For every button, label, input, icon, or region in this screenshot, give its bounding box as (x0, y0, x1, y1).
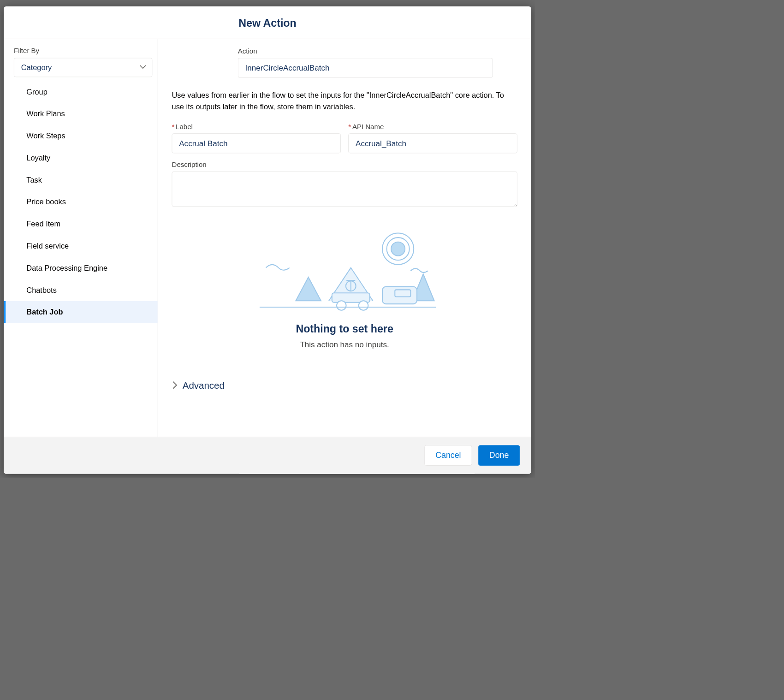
empty-state-subtitle: This action has no inputs. (172, 340, 517, 349)
new-action-modal: New Action Filter By Category Group Work… (4, 6, 531, 474)
svg-point-6 (337, 301, 346, 310)
sidebar-item-work-steps[interactable]: Work Steps (4, 125, 158, 147)
filter-select[interactable]: Category (14, 58, 152, 77)
svg-rect-3 (382, 286, 417, 304)
sidebar-item-field-service[interactable]: Field service (4, 235, 158, 257)
sidebar-item-group[interactable]: Group (4, 81, 158, 103)
label-field-label: *Label (172, 123, 341, 131)
filter-block: Filter By Category (4, 39, 158, 81)
cancel-button[interactable]: Cancel (424, 445, 472, 465)
action-label: Action (238, 47, 493, 55)
empty-state-title: Nothing to set here (172, 322, 517, 335)
main-panel: Action InnerCircleAccrualBatch Use value… (158, 39, 531, 437)
sidebar-item-chatbots[interactable]: Chatbots (4, 279, 158, 301)
action-value: InnerCircleAccrualBatch (238, 58, 493, 78)
helper-text: Use values from earlier in the flow to s… (172, 89, 517, 113)
modal-footer: Cancel Done (4, 437, 531, 474)
action-combobox[interactable]: InnerCircleAccrualBatch (238, 58, 493, 78)
filter-by-label: Filter By (14, 47, 148, 55)
sidebar-item-data-processing-engine[interactable]: Data Processing Engine (4, 257, 158, 279)
advanced-label: Advanced (183, 380, 225, 391)
required-star-icon: * (348, 123, 351, 131)
done-button[interactable]: Done (478, 445, 520, 465)
apiname-field-label: *API Name (348, 123, 517, 131)
apiname-input[interactable] (348, 133, 517, 153)
empty-state: Nothing to set here This action has no i… (172, 227, 517, 349)
sidebar-item-batch-job[interactable]: Batch Job (4, 301, 158, 323)
action-field-group: Action InnerCircleAccrualBatch (238, 47, 493, 77)
sidebar-item-price-books[interactable]: Price books (4, 191, 158, 213)
filter-select-wrap: Category (14, 58, 152, 77)
modal-title: New Action (4, 17, 531, 30)
sidebar-item-feed-item[interactable]: Feed Item (4, 213, 158, 235)
modal-body: Filter By Category Group Work Plans Work… (4, 39, 531, 437)
category-list[interactable]: Group Work Plans Work Steps Loyalty Task… (4, 81, 158, 437)
svg-point-7 (359, 301, 368, 310)
label-input[interactable] (172, 133, 341, 153)
modal-header: New Action (4, 6, 531, 39)
sidebar-item-work-plans[interactable]: Work Plans (4, 103, 158, 125)
landscape-illustration-icon (172, 227, 517, 315)
required-star-icon: * (172, 123, 175, 131)
label-apiname-row: *Label *API Name (172, 123, 517, 153)
description-textarea[interactable] (172, 172, 517, 207)
apiname-field-group: *API Name (348, 123, 517, 153)
description-field-group: Description (172, 161, 517, 208)
advanced-toggle[interactable]: Advanced (172, 380, 517, 391)
svg-point-0 (391, 242, 405, 256)
label-field-group: *Label (172, 123, 341, 153)
sidebar-item-task[interactable]: Task (4, 169, 158, 191)
category-sidebar: Filter By Category Group Work Plans Work… (4, 39, 158, 437)
description-label: Description (172, 161, 517, 169)
sidebar-item-loyalty[interactable]: Loyalty (4, 147, 158, 169)
chevron-right-icon (172, 380, 178, 391)
